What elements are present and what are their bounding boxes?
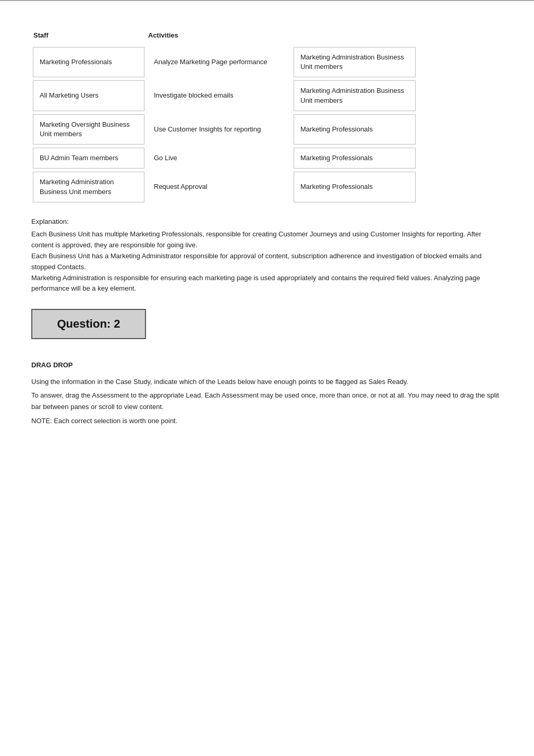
staff-header: Staff: [31, 27, 146, 45]
drag-drop-section: DRAG DROP Using the information in the C…: [31, 361, 503, 426]
explanation-label: Explanation:: [31, 217, 503, 227]
instruction-text: Using the information in the Case Study,…: [31, 376, 503, 426]
role-cell-5: Marketing Professionals: [294, 172, 416, 202]
instruction-line-3: NOTE: Each correct selection is worth on…: [31, 415, 503, 427]
question-box-wrapper: Question: 2: [31, 309, 503, 352]
explanation-section: Explanation: Each Business Unit has mult…: [31, 217, 503, 295]
table-grid: Staff Activities Marketing Professionals…: [31, 27, 503, 204]
activity-cell-3: Use Customer Insights for reporting: [148, 114, 290, 145]
activity-cell-4: Go Live: [148, 148, 290, 169]
role-header: [292, 27, 417, 45]
instruction-line-2: To answer, drag the Assessment to the ap…: [31, 390, 503, 413]
staff-cell-2: All Marketing Users: [33, 80, 144, 111]
role-cell-2: Marketing Administration Business Unit m…: [294, 80, 416, 111]
activity-cell-5: Request Approval: [148, 172, 290, 202]
top-divider: [0, 0, 534, 1]
role-cell-1: Marketing Administration Business Unit m…: [294, 47, 416, 77]
activity-cell-2: Investigate blocked emails: [148, 80, 290, 111]
staff-cell-4: BU Admin Team members: [33, 148, 144, 169]
drag-drop-type: DRAG DROP: [31, 361, 503, 369]
question-label: Question: 2: [31, 309, 146, 339]
role-cell-4: Marketing Professionals: [294, 148, 416, 169]
table-section: Staff Activities Marketing Professionals…: [31, 27, 503, 204]
staff-cell-5: Marketing Administration Business Unit m…: [33, 172, 144, 202]
staff-cell-1: Marketing Professionals: [33, 47, 144, 77]
activity-cell-1: Analyze Marketing Page performance: [148, 47, 290, 77]
staff-cell-3: Marketing Oversight Business Unit member…: [33, 114, 144, 145]
instruction-line-1: Using the information in the Case Study,…: [31, 376, 503, 388]
main-content: Staff Activities Marketing Professionals…: [0, 17, 534, 448]
explanation-line-1: Each Business Unit has multiple Marketin…: [31, 229, 503, 251]
explanation-line-3: Marketing Administration is responsible …: [31, 273, 503, 295]
explanation-line-2: Each Business Unit has a Marketing Admin…: [31, 251, 503, 273]
activities-header: Activities: [146, 27, 292, 45]
role-cell-3: Marketing Professionals: [294, 114, 416, 145]
